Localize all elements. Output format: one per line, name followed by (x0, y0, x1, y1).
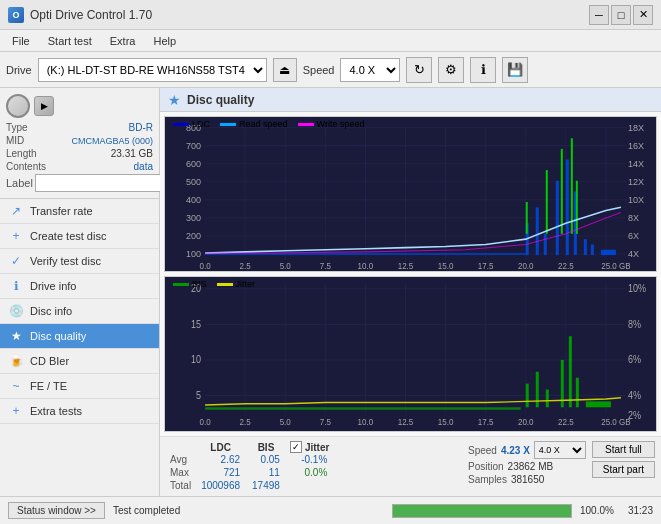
start-full-button[interactable]: Start full (592, 441, 655, 458)
options-button[interactable]: ⚙ (438, 57, 464, 83)
svg-rect-97 (526, 384, 529, 408)
max-jitter: 0.0% (286, 466, 333, 479)
menu-extra[interactable]: Extra (102, 33, 144, 49)
main-area: ▶ Type BD-R MID CMCMAGBA5 (000) Length 2… (0, 88, 661, 496)
legend-bis-color (173, 283, 189, 286)
progress-bar-fill (393, 505, 571, 517)
menu-help[interactable]: Help (145, 33, 184, 49)
samples-value: 381650 (511, 474, 544, 485)
legend-jitter-label: Jitter (236, 279, 256, 289)
svg-text:12.5: 12.5 (398, 262, 414, 271)
length-label: Length (6, 148, 37, 159)
svg-text:14X: 14X (628, 159, 644, 169)
app-title: Opti Drive Control 1.70 (30, 8, 152, 22)
disc-info-icon: 💿 (8, 304, 24, 318)
label-input[interactable] (35, 174, 168, 192)
svg-text:6%: 6% (628, 354, 641, 366)
svg-text:25.0 GB: 25.0 GB (601, 416, 631, 427)
max-bis: 11 (246, 466, 286, 479)
status-time: 31:23 (628, 505, 653, 516)
ldc-chart: LDC Read speed Write speed (164, 116, 657, 272)
sidebar-item-drive-info[interactable]: ℹ Drive info (0, 274, 159, 299)
svg-rect-60 (576, 181, 578, 234)
sidebar-label-verify-test-disc: Verify test disc (30, 255, 101, 267)
speed-info: Speed 4.23 X 4.0 X Position 23862 MB Sam… (468, 441, 586, 485)
content-header: ★ Disc quality (160, 88, 661, 112)
menu-start-test[interactable]: Start test (40, 33, 100, 49)
sidebar-item-cd-bier[interactable]: 🍺 CD BIer (0, 349, 159, 374)
status-window-button[interactable]: Status window >> (8, 502, 105, 519)
total-label: Total (166, 479, 195, 492)
info-button[interactable]: ℹ (470, 57, 496, 83)
chart2-legend: BIS Jitter (173, 279, 255, 289)
title-bar: O Opti Drive Control 1.70 ─ □ ✕ (0, 0, 661, 30)
chart2-svg: 20 15 10 5 10% 8% 6% 4% 2% (165, 277, 656, 431)
jitter-header: Jitter (305, 442, 329, 453)
svg-text:12X: 12X (628, 177, 644, 187)
eject-button[interactable]: ⏏ (273, 58, 297, 82)
sidebar-item-disc-info[interactable]: 💿 Disc info (0, 299, 159, 324)
sidebar-label-transfer-rate: Transfer rate (30, 205, 93, 217)
svg-text:5: 5 (196, 389, 201, 401)
total-bis: 17498 (246, 479, 286, 492)
svg-text:18X: 18X (628, 123, 644, 133)
ldc-header: LDC (195, 441, 246, 453)
menu-file[interactable]: File (4, 33, 38, 49)
status-text: Test completed (113, 505, 180, 516)
save-button[interactable]: 💾 (502, 57, 528, 83)
svg-text:10: 10 (191, 354, 201, 366)
start-part-button[interactable]: Start part (592, 461, 655, 478)
extra-tests-icon: + (8, 404, 24, 418)
sidebar-item-disc-quality[interactable]: ★ Disc quality (0, 324, 159, 349)
svg-text:25.0 GB: 25.0 GB (601, 262, 631, 271)
legend-jitter: Jitter (217, 279, 256, 289)
chart1-svg: 800 700 600 500 400 300 200 100 18X 16X … (165, 117, 656, 271)
legend-write-speed-color (298, 123, 314, 126)
sidebar-item-transfer-rate[interactable]: ↗ Transfer rate (0, 199, 159, 224)
disc-type-icon: ▶ (34, 96, 54, 116)
sidebar-item-verify-test-disc[interactable]: ✓ Verify test disc (0, 249, 159, 274)
speed-select[interactable]: 4.0 X (340, 58, 400, 82)
avg-bis: 0.05 (246, 453, 286, 466)
create-test-icon: + (8, 229, 24, 243)
sidebar: ▶ Type BD-R MID CMCMAGBA5 (000) Length 2… (0, 88, 160, 496)
svg-text:12.5: 12.5 (398, 416, 414, 427)
svg-rect-51 (566, 159, 569, 255)
bis-chart: BIS Jitter (164, 276, 657, 432)
content-area: ★ Disc quality LDC Read speed (160, 88, 661, 496)
transfer-rate-icon: ↗ (8, 204, 24, 218)
svg-rect-96 (205, 407, 521, 409)
maximize-button[interactable]: □ (611, 5, 631, 25)
svg-text:22.5: 22.5 (558, 416, 574, 427)
svg-text:4X: 4X (628, 249, 639, 259)
speed-label: Speed (303, 64, 335, 76)
svg-rect-99 (546, 390, 549, 408)
mid-label: MID (6, 135, 24, 146)
svg-rect-55 (601, 250, 616, 255)
speed-select-stat[interactable]: 4.0 X (534, 441, 586, 459)
jitter-checkbox[interactable]: ✓ (290, 441, 302, 453)
drive-select[interactable]: (K:) HL-DT-ST BD-RE WH16NS58 TST4 (38, 58, 267, 82)
refresh-button[interactable]: ↻ (406, 57, 432, 83)
progress-percent: 100.0% (580, 505, 620, 516)
sidebar-item-fe-te[interactable]: ~ FE / TE (0, 374, 159, 399)
minimize-button[interactable]: ─ (589, 5, 609, 25)
svg-text:700: 700 (186, 141, 201, 151)
svg-text:20.0: 20.0 (518, 416, 534, 427)
progress-bar-container (392, 504, 572, 518)
total-ldc: 1000968 (195, 479, 246, 492)
sidebar-item-create-test-disc[interactable]: + Create test disc (0, 224, 159, 249)
content-title: Disc quality (187, 93, 254, 107)
sidebar-item-extra-tests[interactable]: + Extra tests (0, 399, 159, 424)
svg-text:15.0: 15.0 (438, 262, 454, 271)
legend-bis-label: BIS (192, 279, 207, 289)
svg-text:200: 200 (186, 231, 201, 241)
disc-info-panel: ▶ Type BD-R MID CMCMAGBA5 (000) Length 2… (0, 88, 159, 199)
contents-value: data (134, 161, 153, 172)
sidebar-label-extra-tests: Extra tests (30, 405, 82, 417)
action-buttons: Start full Start part (592, 441, 655, 478)
stats-table: LDC BIS ✓ Jitter Avg 2.62 0.05 -0.1% (166, 441, 333, 492)
close-button[interactable]: ✕ (633, 5, 653, 25)
svg-text:5.0: 5.0 (280, 262, 292, 271)
svg-rect-54 (591, 244, 594, 255)
